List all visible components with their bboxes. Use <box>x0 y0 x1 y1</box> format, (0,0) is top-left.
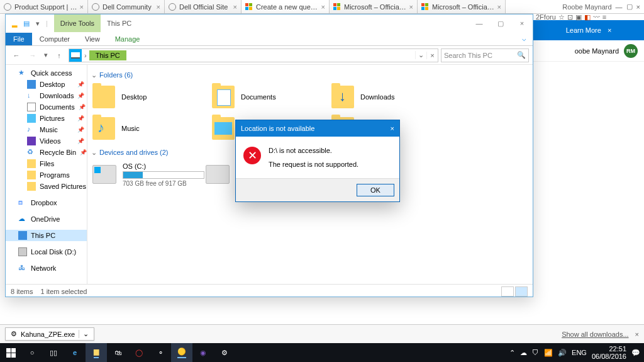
cortana-button[interactable]: ○ <box>21 343 43 362</box>
minimize-button[interactable]: — <box>469 14 490 32</box>
details-view-button[interactable] <box>501 286 514 297</box>
browser-tab[interactable]: Microsoft – Official Ho× <box>330 0 418 13</box>
sidebar-item-desktop[interactable]: Desktop📌 <box>6 79 87 90</box>
app-button[interactable]: ◯ <box>128 343 150 362</box>
breadcrumb-thispc[interactable]: This PC <box>89 50 126 60</box>
drive-tools-tab[interactable]: Drive Tools <box>54 14 101 32</box>
sidebar-item-files[interactable]: Files <box>6 158 87 169</box>
title-bar[interactable]: ▂ ▤ ▾ | Drive Tools This PC — ▢ × <box>6 14 533 32</box>
up-button[interactable]: ↑ <box>52 48 66 62</box>
maximize-button[interactable]: ▢ <box>490 14 511 32</box>
sidebar-item-thispc[interactable]: This PC <box>6 230 87 241</box>
show-all-downloads[interactable]: Show all downloads... <box>562 331 628 338</box>
lang-indicator[interactable]: ENG <box>572 349 587 356</box>
sidebar-item-locald[interactable]: Local Disk (D:) <box>6 246 87 257</box>
tray-icon[interactable]: ⛉ <box>532 349 539 356</box>
chevron-down-icon[interactable]: ⌄ <box>79 330 89 338</box>
app-button[interactable]: ⚬ <box>150 343 171 362</box>
edge-button[interactable]: e <box>64 343 86 362</box>
chevron-right-icon[interactable]: › <box>82 52 89 59</box>
network-tray-icon[interactable]: 📶 <box>544 349 553 357</box>
folders-group-header[interactable]: ⌄Folders (6) <box>91 69 533 83</box>
drive-c[interactable]: OS (C:) 703 GB free of 917 GB <box>91 161 204 188</box>
ext-icon[interactable]: ▣ <box>575 13 582 21</box>
explorer-button[interactable]: ▆ <box>86 343 107 362</box>
sidebar-item-pictures[interactable]: Pictures📌 <box>6 113 87 124</box>
sidebar-item-network[interactable]: 🖧Network <box>6 263 87 274</box>
tiles-view-button[interactable] <box>515 286 528 297</box>
sidebar-item-downloads[interactable]: ↓Downloads📌 <box>6 90 87 101</box>
sidebar-item-recycle[interactable]: ♻Recycle Bin📌 <box>6 147 87 158</box>
refresh-button[interactable]: × <box>426 52 438 59</box>
minimize-icon[interactable]: — <box>616 3 623 11</box>
close-icon[interactable]: × <box>409 3 413 11</box>
browser-tab[interactable]: Dell Community× <box>88 0 165 13</box>
browser-tab[interactable]: Product Support | Dell× <box>0 0 88 13</box>
folder-desktop[interactable]: Desktop <box>91 83 211 111</box>
properties-icon[interactable]: ▤ <box>23 20 30 28</box>
sidebar-item-onedrive[interactable]: ☁OneDrive <box>6 213 87 225</box>
forward-button[interactable]: → <box>26 48 40 62</box>
start-button[interactable] <box>0 343 21 362</box>
sidebar-label: Programs <box>40 171 70 179</box>
maximize-icon[interactable]: ▢ <box>626 3 633 11</box>
computer-tab[interactable]: Computer <box>32 33 77 45</box>
browser-tab[interactable]: Microsoft – Official Ho× <box>418 0 506 13</box>
sidebar-item-programs[interactable]: Programs <box>6 169 87 181</box>
sidebar-item-dropbox[interactable]: ⧈Dropbox <box>6 197 87 208</box>
sidebar-item-videos[interactable]: Videos📌 <box>6 135 87 147</box>
back-button[interactable]: ← <box>9 48 23 62</box>
folder-music[interactable]: Music <box>91 115 211 142</box>
ok-button[interactable]: OK <box>357 184 394 196</box>
ribbon-expand-icon[interactable]: ⌵ <box>516 32 533 45</box>
address-bar[interactable]: › This PC ⌄ × <box>69 48 438 62</box>
file-tab[interactable]: File <box>6 33 32 45</box>
chrome-button[interactable]: 🟡 <box>171 343 192 362</box>
dialog-message-1: D:\ is not accessible. <box>269 147 358 154</box>
clock[interactable]: 22:51 06/08/2016 <box>592 345 626 360</box>
onedrive-tray-icon[interactable]: ☁ <box>520 349 527 357</box>
qat-dropdown-icon[interactable]: ▾ <box>36 20 40 28</box>
close-icon[interactable]: × <box>80 3 84 11</box>
store-button[interactable]: 🛍 <box>107 343 128 362</box>
user-row[interactable]: oobe Maynard RM <box>533 40 644 62</box>
address-dropdown[interactable]: ⌄ <box>415 51 426 59</box>
tray-expand-icon[interactable]: ⌃ <box>509 349 515 357</box>
close-icon[interactable]: × <box>391 125 394 132</box>
close-icon[interactable]: × <box>635 331 639 338</box>
close-icon[interactable]: × <box>497 3 501 11</box>
close-icon[interactable]: × <box>608 26 611 34</box>
manage-tab[interactable]: Manage <box>108 33 148 45</box>
star-icon[interactable]: ☆ <box>558 13 565 21</box>
browser-tab-active[interactable]: Create a new question× <box>242 0 330 13</box>
view-tab[interactable]: View <box>77 33 108 45</box>
dialog-title-bar[interactable]: Location is not available × <box>236 120 399 137</box>
action-center-icon[interactable]: 💬 <box>631 349 640 357</box>
recent-dropdown[interactable]: ▾ <box>42 48 50 62</box>
sidebar-item-music[interactable]: ♪Music📌 <box>6 124 87 135</box>
learn-more-bar[interactable]: Learn More × <box>533 20 644 40</box>
browser-tab[interactable]: Dell Official Site× <box>165 0 242 13</box>
search-input[interactable]: Search This PC 🔍 <box>441 48 529 62</box>
sidebar-item-documents[interactable]: Documents📌 <box>6 101 87 113</box>
task-view-button[interactable]: ▯▯ <box>43 343 64 362</box>
volume-tray-icon[interactable]: 🔊 <box>558 349 567 357</box>
download-chip[interactable]: ⚙ Kahuna_ZPE.exe ⌄ <box>5 327 94 341</box>
tor-button[interactable]: ◉ <box>192 343 214 362</box>
sidebar-quick-access[interactable]: ★Quick access <box>6 67 87 79</box>
office-icon[interactable]: ◧ <box>584 13 591 21</box>
close-icon[interactable]: × <box>636 3 640 11</box>
folder-documents[interactable]: Documents <box>211 83 330 111</box>
folder-downloads[interactable]: Downloads <box>330 83 450 111</box>
close-icon[interactable]: × <box>233 3 237 11</box>
sidebar-label: Pictures <box>40 115 65 122</box>
folder-icon <box>212 86 235 108</box>
settings-button[interactable]: ⚙ <box>214 343 235 362</box>
close-button[interactable]: × <box>511 14 533 32</box>
menu-icon[interactable]: ≡ <box>602 13 606 21</box>
ext-icon[interactable]: 〰 <box>593 13 600 21</box>
sidebar-item-saved-pictures[interactable]: Saved Pictures <box>6 181 87 192</box>
close-icon[interactable]: × <box>157 3 160 11</box>
ext-icon[interactable]: ⊡ <box>567 13 573 21</box>
close-icon[interactable]: × <box>321 3 325 11</box>
